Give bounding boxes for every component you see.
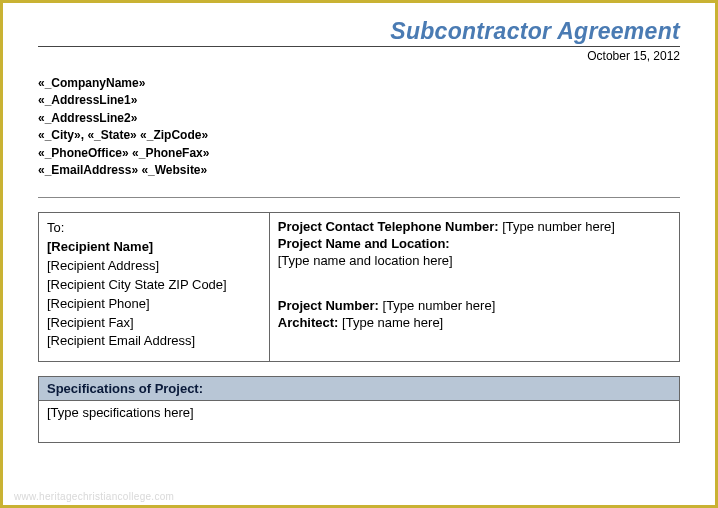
info-table: To: [Recipient Name] [Recipient Address]…	[38, 212, 680, 362]
recipient-phone: [Recipient Phone]	[47, 295, 261, 314]
spec-body: [Type specifications here]	[39, 401, 680, 443]
recipient-cell: To: [Recipient Name] [Recipient Address]…	[39, 213, 270, 362]
company-phones: «_PhoneOffice» «_PhoneFax»	[38, 145, 680, 162]
spec-table: Specifications of Project: [Type specifi…	[38, 376, 680, 443]
company-name: «_CompanyName»	[38, 75, 680, 92]
company-address1: «_AddressLine1»	[38, 92, 680, 109]
spacer	[278, 270, 671, 298]
recipient-city-state-zip: [Recipient City State ZIP Code]	[47, 276, 261, 295]
company-address2: «_AddressLine2»	[38, 110, 680, 127]
document-content: Subcontractor Agreement October 15, 2012…	[0, 0, 718, 443]
company-block: «_CompanyName» «_AddressLine1» «_Address…	[38, 75, 680, 179]
recipient-name: [Recipient Name]	[47, 238, 261, 257]
mid-rule	[38, 197, 680, 198]
spec-header: Specifications of Project:	[39, 377, 680, 401]
project-cell: Project Contact Telephone Number: [Type …	[269, 213, 679, 362]
project-name-location-value: [Type name and location here]	[278, 253, 671, 268]
company-city-state-zip: «_City», «_State» «_ZipCode»	[38, 127, 680, 144]
document-title: Subcontractor Agreement	[390, 18, 680, 44]
project-name-location-label: Project Name and Location:	[278, 236, 671, 251]
watermark: www.heritagechristiancollege.com	[14, 491, 174, 502]
to-label: To:	[47, 219, 261, 238]
project-architect: Architect: [Type name here]	[278, 315, 671, 330]
document-date: October 15, 2012	[38, 49, 680, 63]
recipient-fax: [Recipient Fax]	[47, 314, 261, 333]
project-contact-phone: Project Contact Telephone Number: [Type …	[278, 219, 671, 234]
project-number: Project Number: [Type number here]	[278, 298, 671, 313]
title-wrap: Subcontractor Agreement	[38, 18, 680, 45]
title-rule	[38, 46, 680, 47]
recipient-email: [Recipient Email Address]	[47, 332, 261, 351]
recipient-address: [Recipient Address]	[47, 257, 261, 276]
company-email-website: «_EmailAddress» «_Website»	[38, 162, 680, 179]
